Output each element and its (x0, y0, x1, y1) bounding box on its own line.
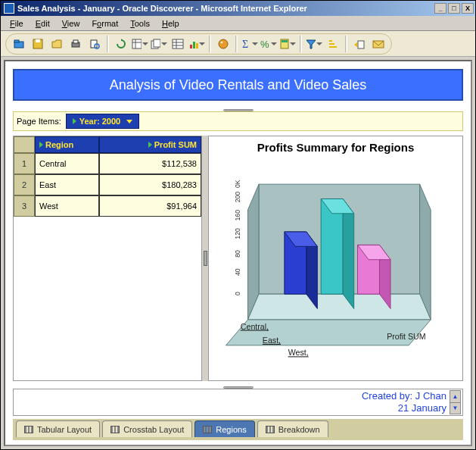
sheet-tabs: Tabular Layout Crosstab Layout Regions B… (13, 419, 463, 440)
svg-marker-28 (306, 40, 316, 48)
chart-panel: Profits Summary for Regions (208, 136, 463, 381)
window-title: Sales Analysis - January - Oracle Discov… (17, 4, 434, 13)
menu-help[interactable]: Help (156, 17, 185, 30)
chart-area: 0 40 80 120 160 200 0K Central, East, (215, 155, 456, 374)
row-number[interactable]: 3 (14, 195, 35, 217)
print-icon[interactable] (67, 36, 84, 52)
svg-rect-6 (73, 40, 78, 43)
toolbar: Σ % (1, 31, 475, 57)
sort-icon[interactable] (325, 36, 341, 52)
svg-rect-30 (329, 43, 334, 45)
menu-file[interactable]: File (4, 17, 30, 30)
svg-rect-32 (358, 41, 364, 48)
svg-rect-1 (14, 40, 19, 42)
menu-tools[interactable]: Tools (124, 17, 156, 30)
expand-icon (73, 118, 76, 124)
scroll-up-icon[interactable]: ▲ (450, 391, 460, 403)
minimize-button[interactable]: _ (434, 3, 446, 14)
close-button[interactable]: X (462, 3, 474, 14)
chart-icon[interactable] (188, 36, 205, 52)
tab-breakdown[interactable]: Breakdown (257, 420, 328, 437)
chart-title: Profits Summary for Regions (215, 141, 456, 154)
titlebar: Sales Analysis - January - Oracle Discov… (1, 1, 475, 16)
app-icon (4, 3, 14, 14)
save-icon[interactable] (30, 36, 46, 52)
calc-icon[interactable] (279, 36, 296, 52)
sheet-icon (203, 426, 212, 433)
svg-rect-10 (132, 39, 142, 48)
cell-profit[interactable]: $112,538 (99, 153, 201, 174)
cell-profit[interactable]: $91,964 (99, 195, 201, 217)
menubar: File Edit View Format Tools Help (1, 16, 475, 31)
vertical-splitter[interactable] (202, 136, 208, 381)
scroll-down-icon[interactable]: ▼ (450, 403, 460, 414)
svg-text:West,: West, (288, 348, 309, 357)
svg-text:0: 0 (234, 292, 241, 295)
column-header-profit[interactable]: Profit SUM (99, 136, 201, 153)
table-body: 1 Central $112,538 2 East $180,283 3 Wes… (14, 153, 201, 380)
table-row: 2 East $180,283 (14, 174, 201, 195)
edit-sheet-icon[interactable] (132, 36, 148, 52)
tab-regions[interactable]: Regions (194, 420, 254, 437)
svg-marker-4 (52, 40, 61, 48)
sheet-icon (24, 426, 33, 433)
sum-icon[interactable]: Σ (241, 36, 258, 52)
refresh-icon[interactable] (113, 36, 129, 52)
svg-text:80: 80 (234, 250, 241, 258)
year-selector[interactable]: Year: 2000 (66, 114, 139, 129)
column-header-region[interactable]: Region (35, 136, 99, 153)
page-items-label: Page Items: (17, 117, 61, 126)
svg-text:200: 200 (234, 192, 241, 203)
cell-region[interactable]: East (35, 174, 99, 195)
svg-point-23 (221, 41, 223, 43)
drill-icon[interactable] (215, 36, 232, 52)
report-title-banner: Analysis of Video Rentals and Video Sale… (13, 69, 463, 101)
table-row: 3 West $91,964 (14, 195, 201, 217)
content-area: Analysis of Video Rentals and Video Sale… (4, 60, 472, 446)
row-header-corner (14, 136, 35, 153)
svg-text:40: 40 (234, 268, 241, 276)
report-title: Analysis of Video Rentals and Video Sale… (110, 77, 367, 93)
sort-icon (39, 142, 43, 148)
row-number[interactable]: 2 (14, 174, 35, 195)
sheet-icon (266, 426, 275, 433)
menu-view[interactable]: View (56, 17, 86, 30)
svg-text:%: % (260, 39, 269, 49)
percent-icon[interactable]: % (260, 36, 277, 52)
chart-axis-label: Profit SUM (387, 332, 425, 341)
cell-profit[interactable]: $180,283 (99, 174, 201, 195)
created-by-label: Created by: J Chan (362, 390, 446, 402)
maximize-button[interactable]: □ (448, 3, 460, 14)
svg-rect-27 (282, 40, 288, 42)
svg-text:0K: 0K (234, 180, 241, 188)
menu-edit[interactable]: Edit (30, 17, 56, 30)
toolstrip-left: Σ % (5, 33, 392, 55)
data-table: Region Profit SUM 1 Central $112,538 2 (13, 136, 202, 381)
mail-icon[interactable] (370, 36, 387, 52)
year-label: Year: 2000 (79, 117, 120, 126)
dropdown-icon (126, 120, 132, 123)
table-layout-icon[interactable] (170, 36, 186, 52)
app-window: Sales Analysis - January - Oracle Discov… (0, 0, 476, 450)
menu-format[interactable]: Format (86, 17, 124, 30)
filter-icon[interactable] (306, 36, 322, 52)
cell-region[interactable]: Central (35, 153, 99, 174)
svg-rect-20 (193, 42, 195, 48)
duplicate-icon[interactable] (151, 36, 167, 52)
svg-rect-31 (329, 46, 337, 48)
svg-rect-14 (154, 39, 160, 47)
tab-crosstab-layout[interactable]: Crosstab Layout (102, 420, 192, 437)
row-number[interactable]: 1 (14, 153, 35, 174)
footer-scrollbar[interactable]: ▲ ▼ (450, 390, 461, 414)
svg-marker-44 (343, 199, 354, 309)
page-items-bar: Page Items: Year: 2000 (13, 111, 463, 131)
export-icon[interactable] (351, 36, 368, 52)
svg-rect-21 (196, 43, 198, 48)
print-preview-icon[interactable] (86, 36, 103, 52)
svg-rect-29 (329, 40, 332, 42)
svg-text:Σ: Σ (242, 39, 248, 49)
tab-tabular-layout[interactable]: Tabular Layout (16, 420, 100, 437)
open-icon[interactable] (11, 36, 27, 52)
folder-icon[interactable] (48, 36, 65, 52)
cell-region[interactable]: West (35, 195, 99, 217)
